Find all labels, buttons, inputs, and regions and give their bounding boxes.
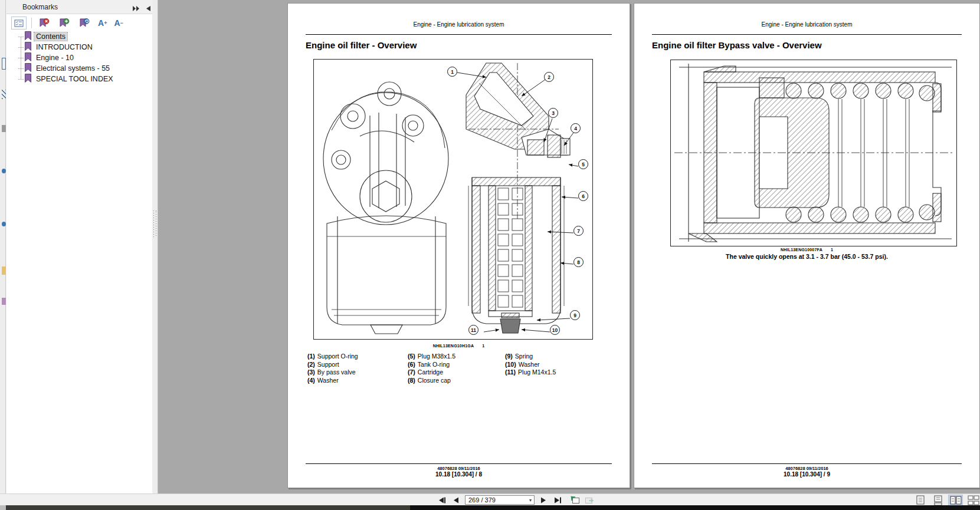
pdf-reader-window: Bookmarks [0, 0, 980, 510]
delete-bookmark-icon[interactable] [37, 17, 51, 29]
part-row: (6)Tank O-ring [408, 361, 505, 369]
bookmark-options-icon[interactable] [11, 17, 27, 29]
footer-rule [306, 463, 612, 464]
bookmarks-panel: Bookmarks [6, 0, 152, 493]
part-row: (4)Washer [307, 377, 408, 385]
locate-bookmark-icon[interactable] [77, 17, 91, 29]
tree-stub [18, 58, 24, 58]
bookmarks-toolbar: A+ A− [6, 15, 152, 31]
rail-chevrons-icon[interactable] [2, 90, 6, 99]
bottom-toolbar: 269 / 379 ▾ [0, 493, 980, 505]
bookmark-label: Engine - 10 [34, 54, 76, 62]
footer-page-number: 10.18 [10.304] / 9 [634, 471, 979, 478]
next-view-button[interactable] [584, 495, 595, 505]
callout-5: 5 [578, 159, 588, 169]
oil-filter-figure: 1 2 3 4 5 6 7 8 9 10 11 [313, 59, 593, 340]
bookmark-flag-icon [24, 42, 32, 53]
previous-view-button[interactable] [570, 495, 581, 505]
add-bookmark-icon[interactable] [57, 17, 71, 29]
next-page-button[interactable] [538, 495, 549, 505]
rail-purple-icon[interactable] [2, 298, 6, 305]
taskbar-segment [6, 505, 410, 510]
taskbar-edge [0, 505, 980, 510]
footer-doc-number: 48076828 09/11/2016 [288, 466, 630, 471]
decrease-text-size-icon[interactable]: A− [114, 17, 123, 29]
panel-hide-icon[interactable] [146, 4, 151, 14]
left-tool-rail [0, 0, 6, 493]
rail-yellow-icon[interactable] [2, 266, 6, 275]
page-running-header: Engine - Engine lubrication system [288, 21, 630, 28]
combobox-dropdown-icon[interactable]: ▾ [529, 498, 534, 503]
view-mode-buttons [913, 494, 980, 506]
toolbar-separator [31, 18, 32, 28]
tree-stub [18, 47, 24, 48]
callout-8: 8 [573, 257, 584, 267]
panel-splitter[interactable] [152, 0, 158, 493]
bookmarks-panel-title: Bookmarks [22, 3, 58, 11]
part-row: (9)Spring [505, 353, 594, 361]
part-row: (10)Washer [505, 361, 594, 369]
part-row: (11)Plug M14x1.5 [505, 368, 594, 377]
taskbar-segment [0, 505, 6, 510]
panel-collapse-icon[interactable] [132, 4, 140, 14]
part-row: (2)Support [307, 361, 408, 369]
header-rule [652, 34, 962, 35]
rail-pages-icon[interactable] [2, 58, 6, 70]
callout-10: 10 [550, 325, 560, 335]
page-number-combobox[interactable]: 269 / 379 ▾ [465, 495, 535, 505]
page-number-value[interactable]: 269 / 379 [466, 496, 529, 504]
callout-7: 7 [573, 226, 584, 236]
increase-text-size-icon[interactable]: A+ [98, 17, 107, 29]
footer-doc-number: 48076828 09/11/2016 [634, 466, 979, 471]
bookmark-item-contents[interactable]: Contents [6, 31, 152, 42]
callout-9: 9 [570, 310, 580, 320]
bookmarks-panel-header: Bookmarks [6, 0, 152, 14]
bookmark-label: SPECIAL TOOL INDEX [34, 75, 115, 83]
splitter-grip[interactable] [153, 210, 156, 238]
callout-11: 11 [468, 325, 478, 335]
figure-id-line: NHIL13ENG10007FA1 [634, 248, 979, 252]
two-page-view-button[interactable] [948, 495, 963, 506]
bookmark-item-electrical[interactable]: Electrical systems - 55 [6, 63, 152, 74]
rail-gray-icon[interactable] [2, 125, 6, 132]
callout-3: 3 [548, 108, 558, 118]
single-page-view-button[interactable] [913, 495, 927, 506]
bookmark-flag-icon [24, 74, 32, 85]
figure-index: 1 [482, 344, 484, 348]
first-page-button[interactable] [437, 495, 447, 505]
page-running-header: Engine - Engine lubrication system [634, 21, 979, 28]
part-row: (8)Closure cap [408, 377, 505, 385]
callout-6: 6 [578, 191, 588, 201]
footer-rule [652, 463, 962, 464]
previous-page-button[interactable] [451, 495, 461, 505]
header-rule [306, 34, 612, 35]
bookmark-flag-icon [24, 63, 32, 74]
continuous-view-button[interactable] [930, 495, 945, 506]
figure-id: NHIL13ENG10007FA [781, 248, 822, 252]
section-title: Engine oil filter Bypass valve - Overvie… [652, 40, 822, 50]
two-page-continuous-view-button[interactable] [966, 495, 980, 506]
figure-id: NHIL13ENG10H1GA [433, 344, 474, 348]
page-navigation: 269 / 379 ▾ [437, 494, 595, 506]
bypass-valve-figure [670, 60, 957, 246]
part-row: (5)Plug M38x1.5 [408, 353, 505, 361]
last-page-button[interactable] [552, 495, 563, 505]
part-row: (3)By pass valve [307, 368, 408, 377]
callout-2: 2 [544, 72, 554, 82]
tree-stub [18, 79, 24, 80]
bookmarks-tree: Contents INTRODUCTION Engine - 10 [6, 31, 152, 84]
tree-stub [18, 37, 24, 37]
page-right: Engine - Engine lubrication system Engin… [634, 3, 980, 488]
bypass-valve-diagram [671, 60, 956, 246]
bookmark-item-special-tool-index[interactable]: SPECIAL TOOL INDEX [6, 74, 152, 84]
section-title: Engine oil filter - Overview [306, 40, 417, 50]
page-left: Engine - Engine lubrication system Engin… [287, 3, 630, 488]
callout-4: 4 [571, 123, 581, 133]
bookmark-label: Contents [34, 32, 67, 41]
bookmark-item-introduction[interactable]: INTRODUCTION [6, 42, 152, 52]
rail-dot2-icon[interactable] [2, 222, 6, 226]
bookmark-item-engine[interactable]: Engine - 10 [6, 52, 152, 63]
tree-stub [18, 68, 24, 69]
rail-dot1-icon[interactable] [2, 169, 6, 173]
part-row: (1)Support O-ring [307, 353, 408, 361]
